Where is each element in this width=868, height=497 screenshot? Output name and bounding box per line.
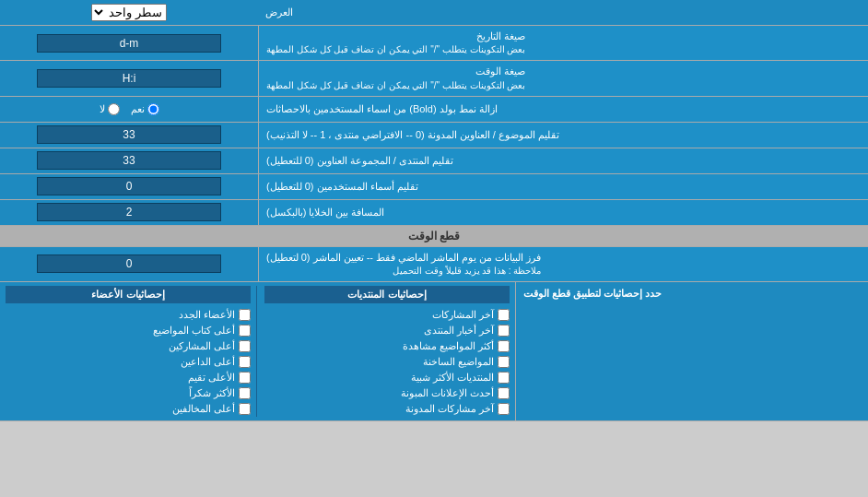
bold-remove-row: ازالة نمط بولد (Bold) من اسماء المستخدمي… bbox=[0, 97, 868, 123]
cutoff-input[interactable] bbox=[37, 254, 221, 273]
time-format-input-cell bbox=[0, 61, 258, 95]
most-thanked-checkbox[interactable] bbox=[239, 387, 251, 399]
checkbox-top-participants: أعلى المشاركين bbox=[6, 338, 251, 354]
cutoff-input-cell bbox=[0, 247, 258, 281]
bold-no-label[interactable]: لا bbox=[100, 103, 120, 115]
time-format-row: صيغة الوقت بعض التكوينات يتطلب "/" التي … bbox=[0, 61, 868, 96]
username-trim-label: تقليم أسماء المستخدمين (0 للتعطيل) bbox=[258, 174, 868, 199]
forums-stats-header: إحصاثيات المنتديات bbox=[264, 286, 510, 303]
forum-news-checkbox[interactable] bbox=[498, 325, 510, 337]
checkbox-new-members: الأعضاء الجدد bbox=[6, 307, 251, 323]
cell-spacing-input-cell bbox=[0, 200, 258, 225]
date-format-input-cell bbox=[0, 26, 258, 60]
forum-group-trim-input[interactable] bbox=[37, 151, 221, 170]
forums-stats-col: إحصاثيات المنتديات آخر المشاركات آخر أخب… bbox=[264, 286, 510, 417]
popular-forums-checkbox[interactable] bbox=[498, 372, 510, 384]
topic-title-trim-row: تقليم الموضوع / العناوين المدونة (0 -- ا… bbox=[0, 123, 868, 148]
checkbox-forum-news: آخر أخبار المنتدى bbox=[264, 323, 510, 338]
top-violators-checkbox[interactable] bbox=[239, 403, 251, 415]
checkbox-last-blog-posts: آخر مشاركات المدونة bbox=[264, 401, 510, 417]
checkbox-popular-forums: المنتديات الأكثر شبية bbox=[264, 370, 510, 385]
cell-spacing-label: المسافة بين الخلايا (بالبكسل) bbox=[258, 200, 868, 225]
last-posts-checkbox[interactable] bbox=[498, 309, 510, 321]
topic-title-trim-input-cell bbox=[0, 123, 258, 148]
bottom-section: حدد إحصاثيات لتطبيق قطع الوقت إحصاثيات ا… bbox=[0, 282, 868, 421]
bold-remove-radio-cell: نعم لا bbox=[0, 97, 258, 122]
header-title-text: العرض bbox=[265, 6, 293, 18]
cell-spacing-row: المسافة بين الخلايا (بالبكسل) bbox=[0, 200, 868, 226]
hot-topics-checkbox[interactable] bbox=[498, 356, 510, 368]
cutoff-row: فرز البيانات من يوم الماشر الماضي فقط --… bbox=[0, 247, 868, 282]
date-format-input[interactable] bbox=[37, 34, 221, 53]
forum-group-trim-row: تقليم المنتدى / المجموعة العناوين (0 للت… bbox=[0, 148, 868, 174]
top-participants-checkbox[interactable] bbox=[239, 340, 251, 352]
latest-announcements-checkbox[interactable] bbox=[498, 387, 510, 399]
stats-limit-label: حدد إحصاثيات لتطبيق قطع الوقت bbox=[523, 288, 662, 300]
checkbox-most-thanked: الأكثر شكراً bbox=[6, 385, 251, 401]
checkbox-latest-announcements: أحدث الإعلانات المبونة bbox=[264, 385, 510, 401]
forum-group-trim-label: تقليم المنتدى / المجموعة العناوين (0 للت… bbox=[258, 148, 868, 173]
top-posters-checkbox[interactable] bbox=[239, 325, 251, 337]
bold-remove-label: ازالة نمط بولد (Bold) من اسماء المستخدمي… bbox=[258, 97, 868, 122]
cutoff-section-header: قطع الوقت bbox=[0, 226, 868, 247]
checkbox-top-rated: الأعلى تقيم bbox=[6, 370, 251, 385]
topic-title-trim-label: تقليم الموضوع / العناوين المدونة (0 -- ا… bbox=[258, 123, 868, 148]
cutoff-label: فرز البيانات من يوم الماشر الماضي فقط --… bbox=[258, 247, 868, 281]
most-viewed-checkbox[interactable] bbox=[498, 340, 510, 352]
bold-yes-label[interactable]: نعم bbox=[131, 103, 159, 115]
date-format-row: صيغة التاريخ بعض التكوينات يتطلب "/" الت… bbox=[0, 26, 868, 61]
date-format-label: صيغة التاريخ بعض التكوينات يتطلب "/" الت… bbox=[258, 26, 868, 60]
new-members-checkbox[interactable] bbox=[239, 309, 251, 321]
checkbox-top-posters: أعلى كتاب المواضيع bbox=[6, 323, 251, 338]
bold-yes-radio[interactable] bbox=[147, 103, 159, 115]
forum-group-trim-input-cell bbox=[0, 148, 258, 173]
members-stats-header: إحصاثيات الأعضاء bbox=[6, 286, 251, 303]
time-format-label: صيغة الوقت بعض التكوينات يتطلب "/" التي … bbox=[258, 61, 868, 95]
cell-spacing-input[interactable] bbox=[37, 203, 221, 221]
bold-no-radio[interactable] bbox=[108, 103, 120, 115]
username-trim-input[interactable] bbox=[37, 177, 221, 195]
members-stats-col: إحصاثيات الأعضاء الأعضاء الجدد أعلى كتاب… bbox=[6, 286, 257, 417]
checkbox-most-viewed: أكثر المواضيع مشاهدة bbox=[264, 338, 510, 354]
top-inviters-checkbox[interactable] bbox=[239, 356, 251, 368]
time-format-input[interactable] bbox=[37, 69, 221, 88]
checkbox-top-violators: أعلى المخالفين bbox=[6, 401, 251, 417]
username-trim-input-cell bbox=[0, 174, 258, 199]
checkbox-hot-topics: المواضيع الساخنة bbox=[264, 354, 510, 370]
top-rated-checkbox[interactable] bbox=[239, 372, 251, 384]
topic-title-trim-input[interactable] bbox=[37, 125, 221, 144]
last-blog-posts-checkbox[interactable] bbox=[498, 403, 510, 415]
username-trim-row: تقليم أسماء المستخدمين (0 للتعطيل) bbox=[0, 174, 868, 200]
checkbox-top-inviters: أعلى الداعين bbox=[6, 354, 251, 370]
select-container: سطر واحد سطران ثلاثة أسطر bbox=[0, 0, 258, 25]
display-select[interactable]: سطر واحد سطران ثلاثة أسطر bbox=[91, 4, 167, 21]
main-label: العرض bbox=[258, 0, 868, 25]
checkbox-last-posts: آخر المشاركات bbox=[264, 307, 510, 323]
